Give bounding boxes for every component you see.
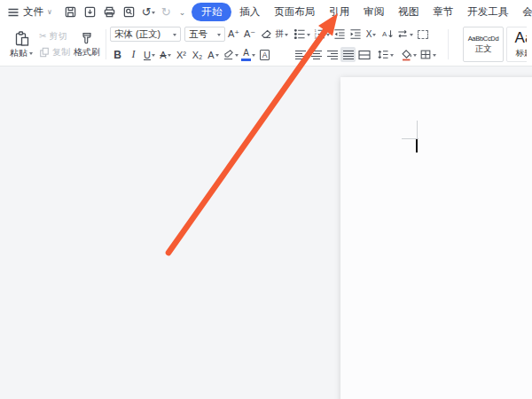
highlight-button[interactable] xyxy=(222,47,239,62)
font-size-combo[interactable]: 五号 xyxy=(184,27,225,42)
tab-review[interactable]: 审阅 xyxy=(357,3,390,21)
undo-button[interactable]: ↺ xyxy=(142,6,155,18)
font-group: 宋体 (正文) 五号 A⁺ A⁻ 拼 B I U A X² X₂ A A A xyxy=(110,26,289,63)
font-color-swatch xyxy=(241,59,251,61)
text-direction-icon xyxy=(396,28,409,40)
paste-label: 粘贴 xyxy=(10,47,27,59)
tab-home[interactable]: 开始 xyxy=(192,3,231,21)
style-heading[interactable]: Aa 标题 xyxy=(506,27,527,62)
styles-gallery: AaBbCcDd 正文 Aa 标题 xyxy=(463,26,527,63)
save-icon[interactable] xyxy=(64,5,77,19)
clear-format-button[interactable] xyxy=(258,27,273,42)
text-effects-button[interactable]: A xyxy=(206,47,221,62)
tab-membership[interactable]: 会员专享 xyxy=(516,3,532,21)
tab-developer-tools[interactable]: 开发工具 xyxy=(461,3,514,21)
clipboard-group: 粘贴 ✂ 剪切 复制 格式刷 xyxy=(5,26,102,63)
shading-caret-icon xyxy=(413,54,417,59)
grow-font-button[interactable]: A⁺ xyxy=(226,27,241,42)
scissors-icon: ✂ xyxy=(39,31,46,41)
underline-caret-icon xyxy=(152,54,155,59)
click-guide-vertical-line xyxy=(417,121,418,139)
font-family-caret-icon xyxy=(173,34,176,38)
hamburger-icon xyxy=(7,6,20,19)
character-border-label: A xyxy=(260,50,270,60)
tab-references[interactable]: 引用 xyxy=(323,3,356,21)
line-spacing-button[interactable] xyxy=(376,47,395,62)
numbering-icon: 123 xyxy=(313,28,325,40)
output-pdf-icon[interactable] xyxy=(83,5,97,19)
pinyin-guide-button[interactable]: 拼 xyxy=(274,27,289,42)
text-cursor xyxy=(416,139,418,153)
decrease-indent-button[interactable] xyxy=(332,27,347,42)
align-justify-button[interactable] xyxy=(340,47,356,62)
print-icon[interactable] xyxy=(103,5,116,19)
italic-button[interactable]: I xyxy=(126,47,141,62)
copy-label: 复制 xyxy=(52,46,70,59)
text-direction-button[interactable] xyxy=(395,27,414,42)
paragraph-group: 123 X A xyxy=(293,26,437,63)
distributed-align-icon xyxy=(358,50,371,60)
format-painter-button[interactable]: 格式刷 xyxy=(72,26,102,63)
line-spacing-caret-icon xyxy=(390,54,394,59)
line-spacing-icon xyxy=(377,49,389,60)
asian-layout-button[interactable]: X xyxy=(364,27,379,42)
character-border-button[interactable]: A xyxy=(257,47,272,62)
align-justify-icon xyxy=(342,50,355,60)
brush-icon xyxy=(80,31,94,45)
customize-toolbar-caret-icon[interactable]: ⌄ xyxy=(179,8,186,17)
asian-layout-label: X xyxy=(366,29,372,39)
show-marks-button[interactable] xyxy=(415,27,430,42)
copy-button[interactable]: 复制 xyxy=(37,46,72,59)
style-name: 标题 xyxy=(516,48,528,59)
borders-icon xyxy=(419,49,432,60)
borders-button[interactable] xyxy=(419,47,437,62)
style-name: 正文 xyxy=(475,43,492,55)
numbering-caret-icon xyxy=(326,34,330,38)
distributed-align-button[interactable] xyxy=(356,47,372,62)
subscript-button[interactable]: X₂ xyxy=(190,47,205,62)
align-left-button[interactable] xyxy=(293,47,308,62)
tab-section[interactable]: 章节 xyxy=(426,3,459,21)
text-effects-label: A xyxy=(207,50,214,60)
quick-access-toolbar: ↺ ↻ ⌄ xyxy=(64,5,185,19)
redo-icon[interactable]: ↻ xyxy=(161,6,171,18)
font-color-caret-icon xyxy=(252,54,255,59)
text-effects-caret-icon xyxy=(215,54,219,59)
strikethrough-button[interactable]: A xyxy=(158,47,173,62)
bullets-icon xyxy=(293,28,306,40)
sort-button[interactable]: A xyxy=(379,27,395,42)
underline-label: U xyxy=(144,50,151,60)
undo-icon: ↺ xyxy=(142,6,152,18)
style-normal[interactable]: AaBbCcDd 正文 xyxy=(463,27,504,62)
asian-layout-caret-icon xyxy=(372,34,376,38)
highlight-caret-icon xyxy=(235,54,239,59)
bold-button[interactable]: B xyxy=(110,47,125,62)
font-size-value: 五号 xyxy=(189,28,207,41)
shading-button[interactable] xyxy=(399,47,418,62)
paste-button[interactable]: 粘贴 xyxy=(5,26,37,63)
align-right-button[interactable] xyxy=(325,47,340,62)
paste-icon xyxy=(13,30,30,47)
increase-indent-button[interactable] xyxy=(348,27,363,42)
tab-insert[interactable]: 插入 xyxy=(233,3,266,21)
tab-view[interactable]: 视图 xyxy=(392,3,425,21)
svg-text:A: A xyxy=(381,30,387,38)
print-preview-icon[interactable] xyxy=(122,5,136,19)
tab-page-layout[interactable]: 页面布局 xyxy=(268,3,321,21)
numbering-button[interactable]: 123 xyxy=(312,27,331,42)
shrink-font-button[interactable]: A⁻ xyxy=(242,27,257,42)
sort-icon: A xyxy=(381,28,394,40)
file-menu-button[interactable]: 文件 ∨ xyxy=(7,5,52,19)
align-center-button[interactable] xyxy=(309,47,324,62)
strikethrough-label: A xyxy=(160,50,166,60)
eraser-icon xyxy=(260,28,272,41)
align-center-icon xyxy=(310,50,323,60)
style-preview: AaBbCcDd xyxy=(468,35,499,43)
font-family-combo[interactable]: 宋体 (正文) xyxy=(110,27,181,42)
font-color-button[interactable]: A xyxy=(240,47,256,62)
underline-button[interactable]: U xyxy=(142,47,157,62)
bullets-button[interactable] xyxy=(293,27,311,42)
document-page[interactable] xyxy=(340,77,532,399)
superscript-button[interactable]: X² xyxy=(174,47,189,62)
cut-button[interactable]: ✂ 剪切 xyxy=(37,30,72,43)
